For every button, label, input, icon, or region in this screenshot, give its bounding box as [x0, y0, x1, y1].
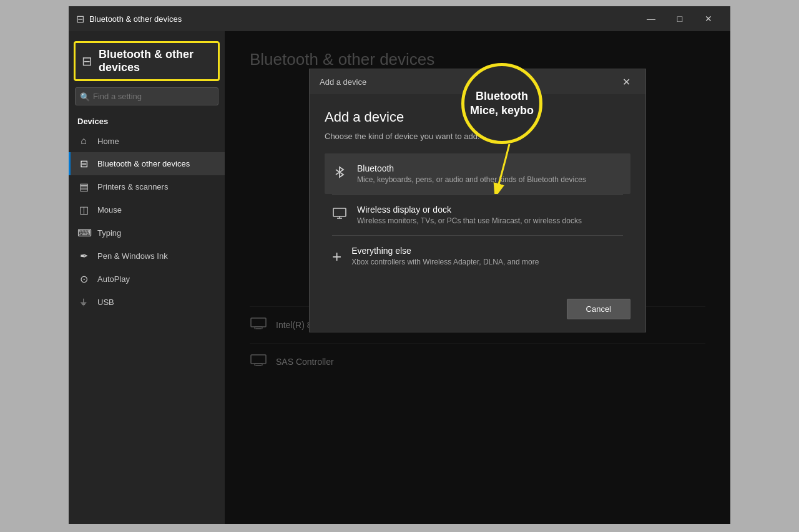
sidebar-item-mouse[interactable]: ◫ Mouse — [69, 198, 225, 221]
sidebar-item-pen-label: Pen & Windows Ink — [97, 251, 168, 261]
modal-title-text: Add a device — [320, 77, 366, 87]
window-icon: ⊟ — [76, 13, 84, 25]
search-box: 🔍 — [75, 87, 218, 105]
search-icon: 🔍 — [80, 92, 90, 101]
sidebar-item-home[interactable]: ⌂ Home — [69, 130, 225, 152]
bluetooth-option-title: Bluetooth — [357, 163, 586, 173]
modal-body: Add a device Choose the kind of device y… — [310, 94, 645, 289]
pen-icon: ✒ — [77, 250, 90, 262]
sidebar-item-usb-label: USB — [97, 297, 114, 307]
sidebar-item-typing[interactable]: ⌨ Typing — [69, 221, 225, 244]
sidebar-item-autoplay-label: AutoPlay — [97, 274, 130, 284]
everything-else-option-title: Everything else — [351, 246, 539, 256]
close-button[interactable]: ✕ — [694, 9, 723, 29]
modal-heading: Add a device — [325, 109, 630, 125]
option-everything-else[interactable]: + Everything else Xbox controllers with … — [325, 236, 630, 276]
modal-close-button[interactable]: ✕ — [617, 72, 635, 91]
sidebar: ⊟ Bluetooth & other devices 🔍 Devices ⌂ … — [69, 31, 225, 524]
sidebar-item-printers-label: Printers & scanners — [97, 182, 168, 191]
usb-icon: ⏚ — [77, 296, 90, 307]
header-highlight-box: ⊟ Bluetooth & other devices — [74, 41, 220, 81]
autoplay-icon: ⊙ — [77, 273, 90, 285]
header-icon: ⊟ — [82, 54, 92, 69]
mouse-icon: ◫ — [77, 204, 90, 216]
main-content: Bluetooth & other devices Intel(R) 82574… — [225, 31, 730, 524]
wireless-display-option-title: Wireless display or dock — [357, 205, 582, 215]
bluetooth-option-text: Bluetooth Mice, keyboards, pens, or audi… — [357, 163, 586, 184]
wireless-display-icon — [332, 206, 347, 225]
title-bar: ⊟ Bluetooth & other devices — □ ✕ — [69, 6, 730, 31]
wireless-display-option-text: Wireless display or dock Wireless monito… — [357, 205, 582, 225]
cancel-button[interactable]: Cancel — [567, 299, 630, 319]
modal-footer: Cancel — [310, 289, 645, 332]
maximize-button[interactable]: □ — [665, 9, 694, 29]
sidebar-item-pen[interactable]: ✒ Pen & Windows Ink — [69, 244, 225, 268]
window-controls: — □ ✕ — [637, 9, 723, 29]
modal-title-bar: Add a device ✕ — [310, 69, 645, 94]
settings-window: ⊟ Bluetooth & other devices — □ ✕ ⊟ Blue… — [69, 6, 730, 524]
sidebar-item-printers[interactable]: ▤ Printers & scanners — [69, 175, 225, 198]
modal-subtitle: Choose the kind of device you want to ad… — [325, 132, 630, 141]
modal-overlay: Bluetooth Mice, keybo A — [225, 31, 730, 524]
window-title: Bluetooth & other devices — [89, 14, 182, 24]
wireless-display-option-desc: Wireless monitors, TVs, or PCs that use … — [357, 216, 582, 225]
sidebar-item-bluetooth-label: Bluetooth & other devices — [97, 159, 190, 168]
sidebar-item-home-label: Home — [97, 137, 119, 146]
sidebar-item-bluetooth[interactable]: ⊟ Bluetooth & other devices — [69, 152, 225, 175]
svg-rect-7 — [333, 208, 346, 216]
printer-icon: ▤ — [77, 181, 90, 193]
sidebar-item-mouse-label: Mouse — [97, 205, 122, 215]
bluetooth-option-icon — [332, 165, 347, 183]
search-input[interactable] — [75, 87, 218, 105]
title-bar-left: ⊟ Bluetooth & other devices — [76, 13, 182, 25]
sidebar-item-typing-label: Typing — [97, 228, 121, 238]
option-wireless-display[interactable]: Wireless display or dock Wireless monito… — [325, 195, 630, 235]
keyboard-icon: ⌨ — [77, 227, 90, 239]
content-area: ⊟ Bluetooth & other devices 🔍 Devices ⌂ … — [69, 31, 730, 524]
bluetooth-option-desc: Mice, keyboards, pens, or audio and othe… — [357, 175, 586, 184]
everything-else-option-desc: Xbox controllers with Wireless Adapter, … — [351, 258, 539, 266]
home-icon: ⌂ — [77, 135, 90, 147]
add-device-modal: Bluetooth Mice, keybo A — [309, 69, 646, 332]
header-title: Bluetooth & other devices — [99, 48, 212, 74]
bluetooth-icon: ⊟ — [77, 158, 90, 170]
everything-else-option-text: Everything else Xbox controllers with Wi… — [351, 246, 539, 266]
everything-else-icon: + — [332, 247, 341, 266]
sidebar-item-usb[interactable]: ⏚ USB — [69, 291, 225, 313]
sidebar-section-label: Devices — [69, 113, 225, 130]
minimize-button[interactable]: — — [637, 9, 665, 29]
sidebar-item-autoplay[interactable]: ⊙ AutoPlay — [69, 268, 225, 291]
option-bluetooth[interactable]: Bluetooth Mice, keyboards, pens, or audi… — [325, 153, 630, 194]
